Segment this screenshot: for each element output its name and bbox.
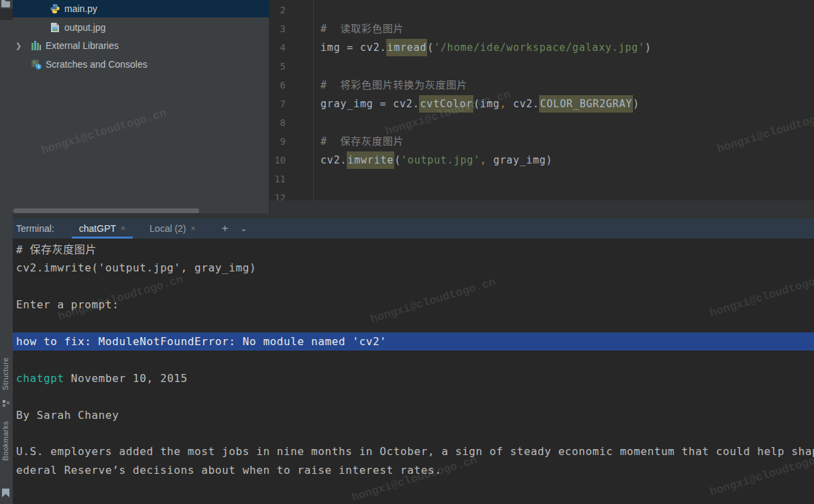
line-number: 4 <box>270 38 286 57</box>
editor-line-6: 6# 将彩色图片转换为灰度图片 <box>270 76 814 94</box>
python-icon <box>50 3 60 14</box>
terminal-line <box>13 424 814 442</box>
terminal-line: Enter a prompt: <box>13 296 814 314</box>
code-text: # 读取彩色图片 <box>321 19 404 38</box>
tree-item-external-libraries[interactable]: ❯External Libraries <box>13 37 269 54</box>
project-horizontal-scrollbar[interactable] <box>13 208 199 213</box>
line-number: 10 <box>270 151 286 170</box>
tree-item-output-jpg[interactable]: output.jpg <box>13 19 269 36</box>
tree-item-main-py[interactable]: main.py <box>13 0 269 17</box>
toolwindow-button-bookmarks[interactable]: Bookmarks <box>1 421 9 461</box>
project-folder-icon[interactable] <box>1 1 10 7</box>
terminal-line: By Sarah Chaney <box>13 406 814 424</box>
line-number: 8 <box>270 113 286 132</box>
image-file-icon <box>50 22 60 33</box>
code-text: # 将彩色图片转换为灰度图片 <box>321 76 467 94</box>
terminal-line: chatgpt November 10, 2015 <box>13 369 814 387</box>
left-tool-stripe: Structure Bookmarks <box>0 0 13 504</box>
editor-line-10: 10cv2.imwrite('output.jpg', gray_img) <box>270 151 814 170</box>
tree-item-label: External Libraries <box>46 40 119 51</box>
code-text: # 保存灰度图片 <box>321 132 404 151</box>
line-number: 11 <box>270 170 286 188</box>
close-icon[interactable]: × <box>121 218 125 239</box>
terminal-line: ederal Reserve’s decisions about when to… <box>13 461 814 479</box>
bookmark-icon[interactable] <box>2 489 9 497</box>
code-editor[interactable]: 23# 读取彩色图片4img = cv2.imread('/home/ide/w… <box>270 0 814 200</box>
line-number: 6 <box>270 76 286 94</box>
tree-item-label: output.jpg <box>64 22 106 33</box>
code-text: gray_img = cv2.cvtColor(img, cv2.COLOR_B… <box>321 94 640 113</box>
terminal-line <box>13 277 814 296</box>
project-tree-panel: main.pyoutput.jpg❯External LibrariesScra… <box>13 0 270 213</box>
line-number: 2 <box>270 1 286 19</box>
line-number: 7 <box>270 94 286 113</box>
line-number: 9 <box>270 132 286 151</box>
editor-line-9: 9# 保存灰度图片 <box>270 132 814 151</box>
code-text: cv2.imwrite('output.jpg', gray_img) <box>321 151 553 170</box>
chevron-down-icon[interactable]: ⌄ <box>240 224 247 233</box>
terminal-line: U.S. employers added the most jobs in ni… <box>13 442 814 460</box>
terminal-line <box>13 314 814 332</box>
editor-line-11: 11 <box>270 170 814 188</box>
stripe-divider <box>0 9 13 20</box>
tree-item-scratches-and-consoles[interactable]: Scratches and Consoles <box>13 56 269 73</box>
close-icon[interactable]: × <box>191 218 196 239</box>
line-number: 3 <box>270 19 286 38</box>
editor-line-5: 5 <box>270 57 814 76</box>
chevron-right-icon[interactable]: ❯ <box>15 42 21 50</box>
terminal-line: # 保存灰度图片 <box>13 241 814 259</box>
toolwindow-button-structure[interactable]: Structure <box>1 357 9 390</box>
tab-label: chatGPT <box>79 218 116 239</box>
tree-item-label: Scratches and Consoles <box>46 59 148 70</box>
editor-line-8: 8 <box>270 113 814 132</box>
terminal-line <box>13 387 814 405</box>
terminal-output[interactable]: # 保存灰度图片cv2.imwrite('output.jpg', gray_i… <box>13 239 814 504</box>
line-number: 5 <box>270 57 286 76</box>
editor-line-7: 7gray_img = cv2.cvtColor(img, cv2.COLOR_… <box>270 94 814 113</box>
editor-line-4: 4img = cv2.imread('/home/ide/workspace/g… <box>270 38 814 57</box>
terminal-tab-chatgpt[interactable]: chatGPT× <box>72 218 133 239</box>
terminal-header: Terminal: chatGPT×Local (2)× + ⌄ <box>13 218 814 239</box>
structure-icon[interactable] <box>3 400 9 407</box>
terminal-line: cv2.imwrite('output.jpg', gray_img) <box>13 259 814 277</box>
terminal-selected-prompt-line: how to fix: ModuleNotFoundError: No modu… <box>13 332 814 351</box>
line-number: 12 <box>270 188 286 200</box>
editor-line-2: 2 <box>270 1 814 19</box>
libraries-icon <box>31 40 42 51</box>
tree-item-label: main.py <box>64 3 97 14</box>
terminal-line <box>13 351 814 369</box>
scratches-icon <box>31 59 42 70</box>
new-terminal-tab-button[interactable]: + <box>222 222 229 235</box>
code-text: img = cv2.imread('/home/ide/workspace/ga… <box>321 38 652 57</box>
terminal-title: Terminal: <box>16 223 54 234</box>
editor-line-3: 3# 读取彩色图片 <box>270 19 814 38</box>
editor-line-12: 12 <box>270 188 814 200</box>
ide-window: Structure Bookmarks main.pyoutput.jpg❯Ex… <box>0 0 814 504</box>
terminal-tab-local-2-[interactable]: Local (2)× <box>142 218 202 239</box>
tab-label: Local (2) <box>150 218 186 239</box>
